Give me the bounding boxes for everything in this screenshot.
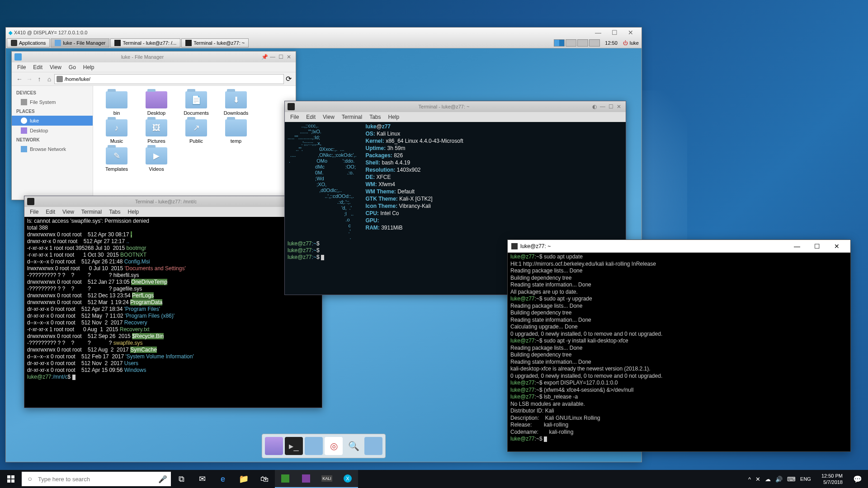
menu-terminal[interactable]: Terminal (338, 114, 366, 120)
close-button[interactable]: ✕ (623, 29, 639, 36)
x410-titlebar[interactable]: ◆ X410 @ DISPLAY= 127.0.0.1:0.0 — ☐ ✕ (6, 28, 642, 38)
file-icon-desktop[interactable]: Desktop (138, 91, 175, 116)
tray-volume-icon[interactable]: 🔊 (773, 476, 785, 483)
menu-view[interactable]: View (319, 114, 338, 120)
windows-icon (7, 475, 14, 483)
maximize-button[interactable]: ☐ (807, 240, 827, 253)
sidebar-item-browse-network[interactable]: Browse Network (12, 144, 93, 154)
taskbar-item-terminal1[interactable]: Terminal - luke@z77: /... (110, 38, 180, 47)
workspace-4[interactable] (589, 39, 600, 47)
file-manager-titlebar[interactable]: luke - File Manager 📌 — ☐ ✕ (12, 52, 296, 62)
menu-go[interactable]: Go (65, 64, 80, 70)
sidebar-item-desktop[interactable]: Desktop (12, 126, 93, 136)
shade-button[interactable]: ◐ (590, 103, 599, 110)
taskbar-kali[interactable]: KALI (316, 470, 337, 488)
sidebar-item-filesystem[interactable]: File System (12, 97, 93, 107)
dock-terminal[interactable]: ▸_ (285, 437, 303, 455)
taskbar-store[interactable]: 🛍 (254, 470, 275, 488)
menu-help[interactable]: Help (80, 64, 98, 70)
wsl-output[interactable]: luke@z77:~$ sudo apt updateHit:1 http://… (508, 253, 850, 451)
file-icon-temp[interactable]: temp (218, 119, 254, 144)
menu-file[interactable]: File (26, 209, 42, 215)
file-icon-videos[interactable]: ▶Videos (138, 147, 175, 172)
menu-edit[interactable]: Edit (302, 114, 319, 120)
file-label: Pictures (138, 138, 175, 144)
close-button[interactable]: ✕ (615, 103, 623, 110)
mic-icon[interactable]: 🎤 (155, 475, 171, 483)
system-tray[interactable]: ^ ✕ ☁ 🔊 ⌨ ENG (742, 476, 817, 483)
terminal-output[interactable]: ls: cannot access 'swapfile.sys': Permis… (24, 217, 322, 408)
file-icon-templates[interactable]: ✎Templates (99, 147, 135, 172)
file-icon-pictures[interactable]: 🖼Pictures (138, 119, 175, 144)
terminal-titlebar[interactable]: Terminal - luke@z77: /mnt/c — ☐ ✕ (24, 196, 322, 207)
workspace-switcher[interactable] (553, 39, 600, 47)
file-icon-bin[interactable]: bin (99, 91, 135, 116)
menu-view[interactable]: View (46, 64, 65, 70)
minimize-button[interactable]: — (269, 54, 277, 60)
action-center-button[interactable]: 💬 (847, 470, 868, 488)
path-bar[interactable]: /home/luke/ (54, 74, 284, 84)
tray-keyboard-icon[interactable]: ⌨ (785, 476, 798, 483)
dock-folder[interactable] (364, 437, 382, 455)
close-button[interactable]: ✕ (285, 54, 293, 60)
close-button[interactable]: ✕ (827, 240, 847, 253)
taskbar-app1[interactable] (275, 470, 296, 488)
workspace-2[interactable] (566, 39, 576, 47)
back-button[interactable]: ← (14, 75, 24, 83)
menu-edit[interactable]: Edit (29, 64, 46, 70)
menu-tabs[interactable]: Tabs (105, 209, 124, 215)
up-button[interactable]: ↑ (34, 75, 44, 83)
taskbar-item-terminal2[interactable]: Terminal - luke@z77: ~ (181, 38, 249, 47)
tray-onedrive-icon[interactable]: ☁ (763, 476, 773, 483)
file-icon-music[interactable]: ♪Music (99, 119, 135, 144)
minimize-button[interactable]: — (599, 103, 607, 110)
taskbar-item-filemanager[interactable]: luke - File Manager (51, 38, 109, 47)
maximize-button[interactable]: ☐ (277, 54, 285, 60)
taskbar-x410[interactable]: X (337, 470, 358, 488)
dock-browser[interactable]: ◎ (325, 437, 343, 455)
taskbar-mail[interactable]: ✉ (192, 470, 212, 488)
menu-tabs[interactable]: Tabs (366, 114, 384, 120)
refresh-button[interactable]: ⟳ (284, 75, 293, 83)
menu-edit[interactable]: Edit (42, 209, 59, 215)
maximize-button[interactable]: ☐ (606, 29, 623, 36)
taskbar-app2[interactable] (296, 470, 316, 488)
menu-help[interactable]: Help (124, 209, 143, 215)
sidebar-item-home[interactable]: luke (12, 116, 93, 126)
tray-x-icon[interactable]: ✕ (753, 476, 763, 483)
menu-file[interactable]: File (287, 114, 302, 120)
user-menu[interactable]: ⏻ luke (620, 40, 642, 46)
tray-chevron-icon[interactable]: ^ (746, 476, 753, 483)
minimize-button[interactable]: — (590, 29, 606, 36)
wsl-titlebar[interactable]: luke@z77: ~ — ☐ ✕ (508, 240, 850, 253)
task-view-button[interactable]: ⧉ (171, 470, 192, 488)
file-manager-view[interactable]: binDesktop📄Documents⬇Downloads♪Music🖼Pic… (93, 86, 296, 200)
start-button[interactable] (0, 470, 22, 488)
taskbar-explorer[interactable]: 📁 (233, 470, 254, 488)
terminal-titlebar[interactable]: Terminal - luke@z77: ~ ◐ — ☐ ✕ (285, 101, 626, 112)
menu-help[interactable]: Help (385, 114, 403, 120)
dock-settings[interactable] (265, 437, 283, 455)
menu-view[interactable]: View (59, 209, 78, 215)
maximize-button[interactable]: ☐ (607, 103, 615, 110)
taskbar-clock[interactable]: 12:50 PM 5/7/2018 (817, 473, 847, 485)
tray-lang[interactable]: ENG (798, 476, 813, 482)
search-input[interactable] (38, 476, 155, 483)
forward-button[interactable]: → (24, 75, 34, 83)
dock-filemanager[interactable] (305, 437, 323, 455)
menu-file[interactable]: File (14, 64, 29, 70)
menu-terminal[interactable]: Terminal (78, 209, 105, 215)
search-box[interactable]: ○ 🎤 (22, 472, 171, 486)
pin-button[interactable]: 📌 (260, 54, 269, 60)
file-icon-public[interactable]: ↗Public (178, 119, 214, 144)
file-icon-documents[interactable]: 📄Documents (178, 91, 214, 116)
home-button[interactable]: ⌂ (44, 75, 54, 83)
taskbar-edge[interactable]: e (212, 470, 233, 488)
minimize-button[interactable]: — (787, 240, 807, 253)
dock-search[interactable]: 🔍 (344, 437, 363, 455)
workspace-1[interactable] (554, 39, 565, 47)
applications-menu[interactable]: Applications (7, 38, 50, 47)
workspace-3[interactable] (577, 39, 588, 47)
xfce-clock[interactable]: 12:50 (602, 40, 620, 46)
file-icon-downloads[interactable]: ⬇Downloads (218, 91, 254, 116)
